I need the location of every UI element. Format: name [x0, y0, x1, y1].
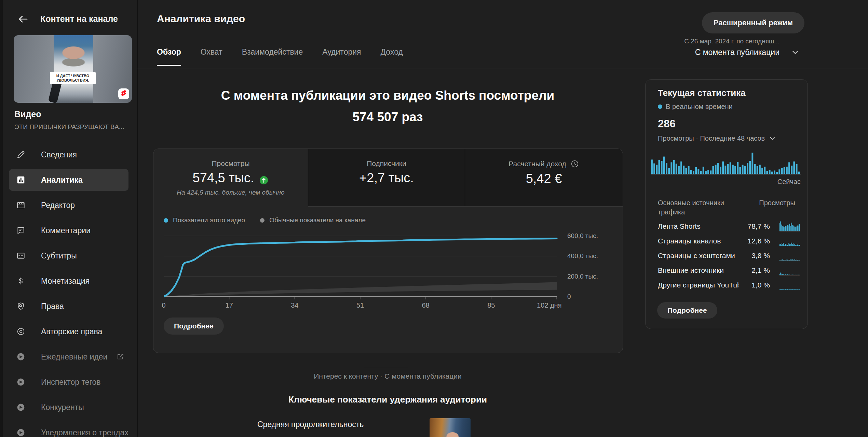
sidebar-item-label: Сведения [41, 150, 77, 159]
sidebar-item-монетизация[interactable]: Монетизация [9, 270, 128, 292]
sidebar-item-label: Редактор [41, 201, 75, 210]
legend-dot [260, 218, 265, 223]
tab-доход[interactable]: Доход [381, 47, 403, 66]
metric-value-row: +2,7 тыс. [308, 171, 465, 185]
traffic-source-sparkline [779, 265, 800, 276]
views-header-label: Просмотры [759, 198, 795, 217]
tab-взаимодействие[interactable]: Взаимодействие [242, 47, 303, 66]
x-tick-label: 34 [291, 301, 298, 309]
thumbnail-caption: И ДАЕТ ЧУВСТВО УДОВОЛЬСТВИЯ. [50, 72, 96, 84]
header-divider [137, 69, 868, 69]
analytics-tabs: ОбзорОхватВзаимодействиеАудиторияДоход [157, 47, 403, 66]
sidebar-item-права[interactable]: Права [9, 295, 128, 317]
headline-line1: С момента публикации это видео Shorts по… [153, 85, 622, 106]
sidebar-item-label: Монетизация [41, 277, 90, 286]
video-thumbnail[interactable]: И ДАЕТ ЧУВСТВО УДОВОЛЬСТВИЯ. [14, 35, 132, 103]
metric-label-row: Просмотры [153, 159, 308, 168]
traffic-source-value: 3,8 % [738, 252, 770, 260]
sidebar-item-label: Комментарии [41, 226, 91, 235]
overview-chart[interactable] [164, 233, 560, 301]
sidebar-item-сведения[interactable]: Сведения [9, 144, 128, 166]
sidebar-item-label: Авторские права [41, 327, 102, 336]
metric-value: 574,5 тыс. [193, 171, 254, 185]
video-type-label: Видео [14, 109, 41, 119]
video-title: ЭТИ ПРИВЫЧКИ РАЗРУШАЮТ ВА... [14, 123, 132, 131]
sidebar: Контент на канале И ДАЕТ ЧУВСТВО УДОВОЛЬ… [3, 0, 138, 437]
pencil-icon [16, 150, 25, 159]
metric-label-row: Подписчики [308, 159, 465, 168]
traffic-source-row: Лента Shorts78,7 % [658, 219, 800, 234]
chart-legend: Показатели этого видеоОбычные показатели… [164, 216, 366, 224]
retention-heading: Ключевые показатели удержания аудитории [153, 394, 622, 405]
traffic-source-sparkline [779, 221, 800, 232]
back-button[interactable] [16, 12, 30, 26]
date-range-sub: С 26 мар. 2024 г. по сегодняш... [684, 37, 779, 46]
page-title: Аналитика видео [157, 13, 245, 25]
sidebar-item-авторские-права[interactable]: Авторские права [9, 321, 128, 342]
date-range-selector[interactable]: С 26 мар. 2024 г. по сегодняш... С момен… [684, 37, 800, 58]
metric-label-row: Расчетный доход [465, 159, 623, 168]
analytics-icon [16, 175, 25, 184]
metric-cell-подписчики[interactable]: Подписчики+2,7 тыс. [308, 149, 465, 207]
traffic-source-value: 12,6 % [738, 237, 770, 245]
realtime-views-label: Просмотры · Последние 48 часов [658, 135, 765, 142]
clock-icon [570, 159, 579, 168]
x-tick-label: 17 [226, 301, 233, 309]
overview-card: Просмотры574,5 тыс.На 424,5 тыс. больше,… [153, 149, 623, 353]
advanced-mode-button[interactable]: Расширенный режим [702, 12, 804, 33]
sidebar-item-инспектор-тегов[interactable]: Инспектор тегов [9, 371, 128, 393]
metric-value: 5,42 € [526, 171, 562, 186]
sidebar-item-аналитика[interactable]: Аналитика [9, 169, 128, 191]
traffic-sources-list: Лента Shorts78,7 %Страницы каналов12,6 %… [658, 219, 800, 292]
arrow-up-circle-icon [259, 173, 269, 183]
traffic-source-row: Другие страницы YouTube1,0 % [658, 278, 800, 292]
vidiq-icon [16, 352, 25, 361]
sidebar-item-label: Права [41, 302, 64, 311]
shorts-badge-icon [118, 88, 129, 99]
traffic-source-label: Страницы с хештегами [658, 252, 738, 260]
sidebar-item-уведомления-о-трендах[interactable]: Уведомления о трендах [9, 422, 128, 437]
sidebar-item-субтитры[interactable]: Субтитры [9, 245, 128, 267]
tab-обзор[interactable]: Обзор [157, 47, 181, 66]
metric-row: Просмотры574,5 тыс.На 424,5 тыс. больше,… [153, 149, 623, 207]
y-tick-label: 0 [567, 293, 619, 300]
sidebar-item-комментарии[interactable]: Комментарии [9, 220, 128, 241]
monetization-icon [16, 277, 25, 285]
chart-details-button[interactable]: Подробнее [164, 318, 224, 335]
traffic-source-value: 2,1 % [738, 266, 770, 274]
youtube-studio-window: Контент на канале И ДАЕТ ЧУВСТВО УДОВОЛЬ… [0, 0, 868, 437]
metric-cell-расчетный-доход[interactable]: Расчетный доход5,42 € [465, 149, 623, 207]
y-tick-label: 600,0 тыс. [567, 232, 619, 240]
chevron-down-icon [768, 134, 776, 142]
sidebar-item-label: Ежедневные идеи [41, 352, 107, 362]
panel-details-button[interactable]: Подробнее [657, 302, 717, 319]
editor-icon [16, 201, 25, 210]
legend-item: Показатели этого видео [164, 216, 245, 224]
realtime-count: 286 [658, 118, 676, 130]
legend-item: Обычные показатели на канале [260, 216, 366, 224]
date-range-main: С момента публикации [684, 46, 779, 58]
back-arrow-icon [16, 21, 30, 27]
sidebar-item-редактор[interactable]: Редактор [9, 194, 128, 216]
traffic-source-value: 78,7 % [738, 222, 770, 230]
sidebar-item-label: Инспектор тегов [41, 378, 101, 387]
copyright-icon [16, 327, 25, 336]
sidebar-header: Контент на канале [3, 0, 137, 33]
sidebar-item-label: Аналитика [41, 175, 83, 185]
external-link-icon [116, 353, 124, 361]
vidiq-icon [16, 403, 25, 412]
sources-header-label: Основные источники трафика [658, 198, 736, 217]
sidebar-item-конкуренты[interactable]: Конкуренты [9, 396, 128, 418]
tab-аудитория[interactable]: Аудитория [322, 47, 361, 66]
sidebar-item-ежедневные-идеи[interactable]: Ежедневные идеи [9, 346, 128, 368]
metric-cell-просмотры[interactable]: Просмотры574,5 тыс.На 424,5 тыс. больше,… [153, 149, 308, 207]
realtime-panel: Текущая статистика В реальном времени 28… [645, 79, 808, 329]
x-tick-label: 85 [487, 301, 495, 309]
retention-video-preview [430, 418, 471, 437]
x-tick-label: 51 [356, 301, 364, 309]
realtime-views-dropdown[interactable]: Просмотры · Последние 48 часов [658, 134, 776, 142]
video-thumbnail-center [54, 35, 93, 103]
tab-охват[interactable]: Охват [201, 47, 222, 66]
headline-line2: 574 507 раз [153, 106, 622, 128]
realtime-title: Текущая статистика [658, 88, 746, 98]
